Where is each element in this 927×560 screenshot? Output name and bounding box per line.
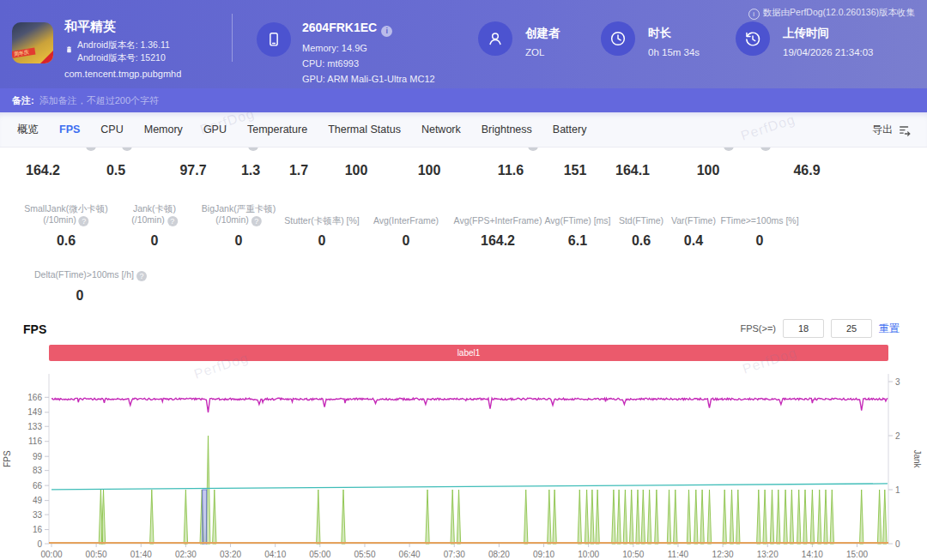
creator-label: 创建者 <box>525 26 560 41</box>
stat-value: 0 <box>76 288 84 304</box>
svg-text:0: 0 <box>895 539 900 549</box>
stats-row-2: SmallJank(微小卡顿) (/10min) 0.6 Jank(卡顿) (/… <box>0 202 927 262</box>
app-icon-badge: 周年庆 <box>12 48 35 59</box>
stat-item: Avg(InterFrame) 0 <box>373 202 439 249</box>
svg-text:10:00: 10:00 <box>578 550 599 559</box>
svg-text:00:50: 00:50 <box>86 550 107 559</box>
svg-text:08:20: 08:20 <box>488 550 510 559</box>
fps-max-input[interactable] <box>831 319 872 338</box>
app-version-code: Android版本号: 15210 <box>77 51 170 64</box>
stat-value: 0.5 <box>106 163 125 178</box>
export-button[interactable]: 导出 <box>872 112 912 148</box>
tab[interactable]: 概览 <box>17 123 39 137</box>
stat-value: 0 <box>720 233 798 249</box>
svg-text:05:00: 05:00 <box>309 550 330 559</box>
stat-label: Stutter(卡顿率) [%] <box>284 202 360 226</box>
svg-text:16: 16 <box>33 525 43 534</box>
app-package: com.tencent.tmgp.pubgmhd <box>64 69 181 79</box>
stats-row-1: 164.20.597.71.31.710010011.6151164.11004… <box>0 163 927 184</box>
duration-value: 0h 15m 34s <box>648 47 700 57</box>
app-icon-corner <box>40 51 53 63</box>
svg-text:3: 3 <box>895 377 900 387</box>
tab[interactable]: CPU <box>100 123 123 135</box>
svg-text:116: 116 <box>28 437 42 446</box>
upload-value: 19/04/2026 21:34:03 <box>783 47 874 57</box>
collector-note: 数据由PerfDog(12.0.260136)版本收集 <box>748 7 915 20</box>
stat-item: Avg(FTime) [ms] 6.1 <box>544 202 610 249</box>
tab[interactable]: GPU <box>203 123 227 135</box>
svg-text:0: 0 <box>37 539 42 549</box>
svg-text:1: 1 <box>895 485 900 495</box>
chart-label-banner[interactable]: label1 <box>49 345 888 361</box>
fps-filter: FPS(>=) 重置 <box>740 319 900 338</box>
help-icon[interactable] <box>251 216 262 226</box>
stat-label: BigJank(严重卡顿) (/10min) <box>202 202 276 226</box>
svg-text:Jank: Jank <box>912 449 922 468</box>
fps-section-title: FPS <box>23 322 46 336</box>
fps-min-input[interactable] <box>783 319 824 338</box>
upload-time-icon <box>736 21 770 56</box>
help-icon[interactable] <box>136 271 147 281</box>
svg-text:49: 49 <box>33 496 43 505</box>
svg-text:12:30: 12:30 <box>712 550 734 559</box>
stat-label: Std(FTime) <box>619 202 663 226</box>
stat-item-delta-ftime: Delta(FTime)>100ms [/h] 0 <box>34 269 147 281</box>
stat-value: 0 <box>131 233 178 249</box>
device-gpu: GPU: ARM Mali-G1-Ultra MC12 <box>302 74 435 84</box>
tab[interactable]: FPS <box>59 123 80 135</box>
duration-label: 时长 <box>648 26 671 41</box>
stat-label: Delta(FTime)>100ms [/h] <box>34 269 147 281</box>
stat-value: 0.4 <box>671 233 716 249</box>
android-icon <box>64 43 74 58</box>
svg-text:05:50: 05:50 <box>354 550 375 559</box>
stat-value: 151 <box>564 163 587 178</box>
svg-text:07:30: 07:30 <box>444 550 465 559</box>
stat-value: 0.6 <box>24 233 107 249</box>
device-memory: Memory: 14.9G <box>302 43 367 53</box>
svg-text:10:50: 10:50 <box>622 550 644 559</box>
stat-value: 1.7 <box>289 163 308 178</box>
fps-chart[interactable]: 0163349668399116133149166012300:0000:500… <box>0 369 927 560</box>
help-icon[interactable] <box>167 216 178 226</box>
header: 周年庆 和平精英 Android版本名: 1.36.11 Android版本号:… <box>0 0 927 88</box>
help-icon[interactable] <box>79 216 89 226</box>
svg-text:03:20: 03:20 <box>220 550 241 559</box>
svg-text:09:10: 09:10 <box>533 550 554 559</box>
device-info-icon[interactable] <box>381 26 392 37</box>
stat-item: Avg(FPS+InterFrame) 164.2 <box>454 202 542 249</box>
stat-value: 6.1 <box>544 233 610 249</box>
tab[interactable]: Thermal Status <box>328 123 401 135</box>
svg-text:33: 33 <box>33 510 43 520</box>
note-bar[interactable]: 备注:添加备注，不超过200个字符 <box>0 88 927 112</box>
app-version-lines: Android版本名: 1.36.11 Android版本号: 15210 <box>77 39 170 64</box>
clipped-labels <box>0 148 927 152</box>
stat-item: Jank(卡顿) (/10min) 0 <box>131 202 178 249</box>
app-name: 和平精英 <box>64 19 116 35</box>
stat-value: 100 <box>345 163 368 178</box>
stat-label: Avg(FTime) [ms] <box>544 202 610 226</box>
tab[interactable]: Temperature <box>247 123 307 135</box>
svg-text:166: 166 <box>27 393 42 402</box>
stat-label: SmallJank(微小卡顿) (/10min) <box>24 202 107 226</box>
stat-label: Avg(FPS+InterFrame) <box>454 202 542 226</box>
reset-button[interactable]: 重置 <box>879 322 900 336</box>
stat-value: 1.3 <box>241 163 260 178</box>
svg-text:02:30: 02:30 <box>175 550 197 559</box>
export-icon <box>898 123 912 137</box>
phone-icon <box>257 22 291 57</box>
stat-item: BigJank(严重卡顿) (/10min) 0 <box>202 202 276 249</box>
stat-value: 0.6 <box>619 233 663 249</box>
tab[interactable]: Memory <box>144 123 183 135</box>
creator-value: ZOL <box>525 47 544 57</box>
tab[interactable]: Brightness <box>482 123 532 135</box>
tab[interactable]: Network <box>421 123 461 135</box>
stat-label: Jank(卡顿) (/10min) <box>131 202 178 226</box>
stat-item: Stutter(卡顿率) [%] 0 <box>284 202 360 249</box>
device-cpu: CPU: mt6993 <box>302 58 359 69</box>
info-icon <box>748 9 760 20</box>
tab[interactable]: Battery <box>553 123 587 135</box>
app-version-name: Android版本名: 1.36.11 <box>77 39 170 51</box>
svg-text:00:00: 00:00 <box>40 550 62 559</box>
app-icon: 周年庆 <box>12 22 53 63</box>
stat-value: 0 <box>202 233 276 249</box>
